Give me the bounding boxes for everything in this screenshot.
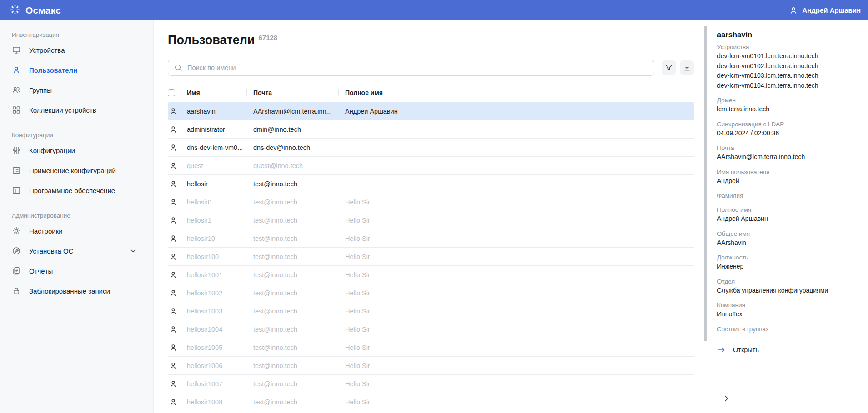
detail-field-label: Почта (717, 144, 860, 152)
detail-field-value: dev-lcm-vm0104.lcm.terra.inno.tech (717, 81, 860, 91)
cell-name: hellosir1003 (187, 308, 247, 315)
cell-email: test@inno.tech (247, 289, 339, 297)
detail-field-value: dev-lcm-vm0102.lcm.terra.inno.tech (717, 61, 860, 71)
table-row[interactable]: hellosir100test@inno.techHello Sir (168, 248, 694, 266)
table-row[interactable]: hellosir1004test@inno.techHello Sir (168, 320, 694, 338)
page-count-badge: 67128 (258, 34, 277, 41)
select-all-checkbox[interactable] (168, 89, 175, 96)
cell-name: hellosir1007 (187, 380, 247, 388)
row-icon-cell (168, 107, 187, 116)
main-content: Пользователи 67128 Имя Почта Полное имя … (154, 20, 702, 413)
cell-name: hellosir1004 (187, 326, 247, 333)
row-icon-cell (168, 379, 187, 388)
table-row[interactable]: hellosir1test@inno.techHello Sir (168, 211, 694, 229)
cell-name: hellosir1005 (187, 344, 247, 351)
cell-email: dns-dev@inno.tech (247, 144, 339, 151)
table-row[interactable]: hellosir1001test@inno.techHello Sir (168, 266, 694, 284)
cell-full_name: Андрей Аршавин (339, 108, 430, 115)
detail-field-value: lcm.terra.inno.tech (717, 104, 860, 114)
sidebar-item-label: Программное обеспечение (29, 187, 115, 194)
column-header-email[interactable]: Почта (247, 89, 339, 96)
person-row-icon (169, 361, 178, 370)
table-header-row: Имя Почта Полное имя (168, 86, 694, 100)
gear-icon (12, 226, 21, 235)
sidebar-item-os-install[interactable]: Установка ОС (12, 241, 153, 261)
detail-field: Фамилия (717, 191, 860, 200)
table-row[interactable]: hellosir1008test@inno.techHello Sir (168, 393, 694, 411)
detail-field-label: Должность (717, 253, 860, 262)
sidebar-item-lock[interactable]: Заблокированные записи (12, 281, 153, 301)
cell-full_name: Hello Sir (339, 362, 430, 369)
detail-field: Доменlcm.terra.inno.tech (717, 96, 860, 114)
detail-field: ОтделСлужба управления конфигурациями (717, 277, 860, 296)
cell-name: hellosir1002 (187, 289, 247, 297)
sidebar-item-apply-config[interactable]: Применение конфигураций (12, 160, 153, 180)
row-icon-cell (168, 361, 187, 370)
sidebar-item-user[interactable]: Пользователи (12, 60, 153, 80)
sidebar-item-label: Применение конфигураций (29, 167, 116, 174)
detail-panel: aarshavin Устройстваdev-lcm-vm0101.lcm.t… (711, 20, 868, 413)
cell-name: administrator (187, 126, 247, 133)
cell-full_name: Hello Sir (339, 344, 430, 351)
sidebar-item-sliders[interactable]: Конфигурации (12, 140, 153, 160)
table-row[interactable]: hellosir1006test@inno.techHello Sir (168, 357, 694, 375)
collapse-panel-chevron-icon[interactable] (722, 394, 731, 403)
table-row[interactable]: hellosir10test@inno.techHello Sir (168, 229, 694, 248)
sidebar-item-users[interactable]: Группы (12, 80, 153, 100)
table-row[interactable]: hellosir1002test@inno.techHello Sir (168, 284, 694, 302)
table-row[interactable]: hellosir1003test@inno.techHello Sir (168, 302, 694, 320)
download-button[interactable] (680, 60, 694, 75)
cell-name: hellosir0 (187, 199, 247, 206)
table-row[interactable]: administratordmin@inno.tech (168, 120, 694, 139)
sidebar-item-grid[interactable]: Коллекции устройств (12, 100, 153, 120)
table-row[interactable]: hellosir1007test@inno.techHello Sir (168, 375, 694, 393)
detail-field: ДолжностьИнженер (717, 253, 860, 272)
arrow-right-icon (717, 345, 726, 354)
user-menu[interactable]: Андрей Аршавин (789, 6, 861, 15)
grid-icon (12, 105, 21, 114)
software-icon (12, 186, 21, 195)
open-groups-link[interactable]: Открыть (717, 345, 860, 354)
sidebar-item-reports[interactable]: Отчёты (12, 261, 153, 281)
cell-full_name: Hello Sir (339, 398, 430, 406)
sidebar-item-label: Устройства (29, 46, 65, 54)
sidebar-item-software[interactable]: Программное обеспечение (12, 180, 153, 200)
column-header-name[interactable]: Имя (187, 89, 247, 96)
search-input[interactable] (187, 64, 648, 71)
person-row-icon (169, 216, 178, 225)
search-box[interactable] (168, 60, 654, 76)
cell-email: test@inno.tech (247, 199, 339, 206)
detail-field-value: Андрей (717, 176, 860, 186)
sidebar-item-monitor[interactable]: Устройства (12, 40, 153, 60)
row-icon-cell (168, 143, 187, 152)
person-row-icon (169, 270, 178, 279)
detail-field: Состоит в группах (717, 325, 860, 333)
cell-email: test@inno.tech (247, 326, 339, 333)
open-groups-label: Открыть (733, 346, 759, 353)
search-icon (174, 63, 183, 72)
detail-field-value: Служба управления конфигурациями (717, 286, 860, 296)
cell-full_name: Hello Sir (339, 271, 430, 279)
detail-field-label: Компания (717, 301, 860, 309)
table-row[interactable]: hellosir0test@inno.techHello Sir (168, 193, 694, 211)
column-header-fullname[interactable]: Полное имя (339, 89, 430, 96)
users-icon (12, 85, 21, 95)
person-row-icon (169, 252, 178, 261)
table-row[interactable]: dns-dev-lcm-vm0...dns-dev@inno.tech (168, 139, 694, 157)
detail-field-label: Полное имя (717, 205, 860, 214)
vertical-scrollbar[interactable] (704, 26, 707, 341)
table-row[interactable]: aarshavinAArshavin@lcm.terra.inn...Андре… (168, 102, 694, 120)
table-row[interactable]: hellosirtest@inno.tech (168, 175, 694, 193)
filter-button[interactable] (662, 60, 676, 75)
table-row[interactable]: guestguest@inno.tech (168, 157, 694, 175)
sidebar-item-gear[interactable]: Настройки (12, 221, 153, 241)
sidebar-item-label: Конфигурации (29, 147, 75, 154)
cell-name: hellosir1001 (187, 271, 247, 279)
row-icon-cell (168, 125, 187, 134)
detail-fields: Устройстваdev-lcm-vm0101.lcm.terra.inno.… (717, 43, 860, 333)
chevron-down-icon[interactable] (129, 246, 138, 255)
cell-name: guest (187, 162, 247, 169)
user-name: Андрей Аршавин (802, 6, 861, 14)
person-row-icon (169, 125, 178, 134)
table-row[interactable]: hellosir1005test@inno.techHello Sir (168, 338, 694, 357)
